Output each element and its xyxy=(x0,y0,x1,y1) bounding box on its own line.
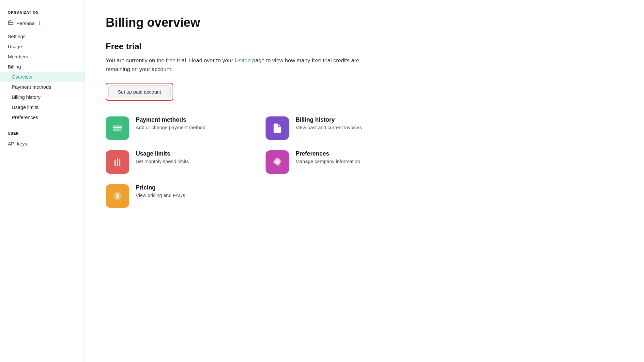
org-name: Personal xyxy=(16,21,36,26)
page-title: Billing overview xyxy=(106,16,623,30)
card-preferences[interactable]: Preferences Manage company information xyxy=(266,150,399,174)
preferences-desc: Manage company information xyxy=(296,158,360,164)
org-row: Personal ℹ xyxy=(0,18,84,29)
sidebar-item-billing-history[interactable]: Billing history xyxy=(0,92,84,102)
billing-history-title: Billing history xyxy=(296,116,362,123)
setup-button-highlight: Set up paid account xyxy=(106,83,173,101)
billing-history-text: Billing history View past and current in… xyxy=(296,116,362,130)
pricing-title: Pricing xyxy=(136,184,185,191)
org-section-label: ORGANIZATION xyxy=(0,10,84,14)
payment-methods-title: Payment methods xyxy=(136,116,205,123)
sidebar-item-overview[interactable]: Overview xyxy=(0,72,84,82)
svg-text:$: $ xyxy=(116,193,119,200)
sidebar-item-billing[interactable]: Billing xyxy=(0,62,84,72)
preferences-icon xyxy=(266,150,289,174)
card-billing-history[interactable]: Billing history View past and current in… xyxy=(266,116,399,140)
pricing-text: Pricing View pricing and FAQs xyxy=(136,184,185,198)
usage-limits-text: Usage limits Set monthly spend limits xyxy=(136,150,189,164)
svg-rect-4 xyxy=(114,130,116,131)
info-icon: ℹ xyxy=(39,21,40,26)
sidebar: ORGANIZATION Personal ℹ Settings Usage M… xyxy=(0,0,85,362)
svg-rect-5 xyxy=(117,130,119,131)
setup-paid-account-button[interactable]: Set up paid account xyxy=(108,85,171,98)
usage-limits-title: Usage limits xyxy=(136,150,189,157)
feature-cards-grid: Payment methods Add or change payment me… xyxy=(106,116,399,208)
card-usage-limits[interactable]: Usage limits Set monthly spend limits xyxy=(106,150,239,174)
svg-rect-3 xyxy=(113,127,122,128)
org-icon xyxy=(8,20,14,27)
preferences-text: Preferences Manage company information xyxy=(296,150,360,164)
payment-methods-text: Payment methods Add or change payment me… xyxy=(136,116,205,130)
sidebar-item-preferences[interactable]: Preferences xyxy=(0,112,84,122)
card-pricing[interactable]: $ Pricing View pricing and FAQs xyxy=(106,184,239,208)
payment-methods-desc: Add or change payment method xyxy=(136,125,205,130)
sidebar-item-usage[interactable]: Usage xyxy=(0,41,84,52)
main-content: Billing overview Free trial You are curr… xyxy=(85,0,644,362)
svg-rect-0 xyxy=(8,21,13,25)
desc-before: You are currently on the free trial. Hea… xyxy=(106,57,235,64)
usage-limits-desc: Set monthly spend limits xyxy=(136,158,189,164)
payment-methods-icon xyxy=(106,116,129,140)
billing-history-icon xyxy=(266,116,289,140)
sidebar-item-payment-methods[interactable]: Payment methods xyxy=(0,82,84,92)
pricing-desc: View pricing and FAQs xyxy=(136,192,185,198)
sidebar-item-api-keys[interactable]: API keys xyxy=(0,139,84,149)
free-trial-title: Free trial xyxy=(106,41,623,52)
card-payment-methods[interactable]: Payment methods Add or change payment me… xyxy=(106,116,239,140)
free-trial-description: You are currently on the free trial. Hea… xyxy=(106,56,373,74)
sidebar-item-members[interactable]: Members xyxy=(0,52,84,62)
preferences-title: Preferences xyxy=(296,150,360,157)
user-section-label: USER xyxy=(0,131,84,135)
sidebar-nav: Settings Usage Members Billing Overview … xyxy=(0,31,84,122)
billing-history-desc: View past and current invoices xyxy=(296,125,362,130)
usage-limits-icon xyxy=(106,150,129,174)
usage-link[interactable]: Usage xyxy=(235,57,251,64)
sidebar-item-usage-limits[interactable]: Usage limits xyxy=(0,102,84,112)
pricing-icon: $ xyxy=(106,184,129,208)
sidebar-item-settings[interactable]: Settings xyxy=(0,31,84,41)
